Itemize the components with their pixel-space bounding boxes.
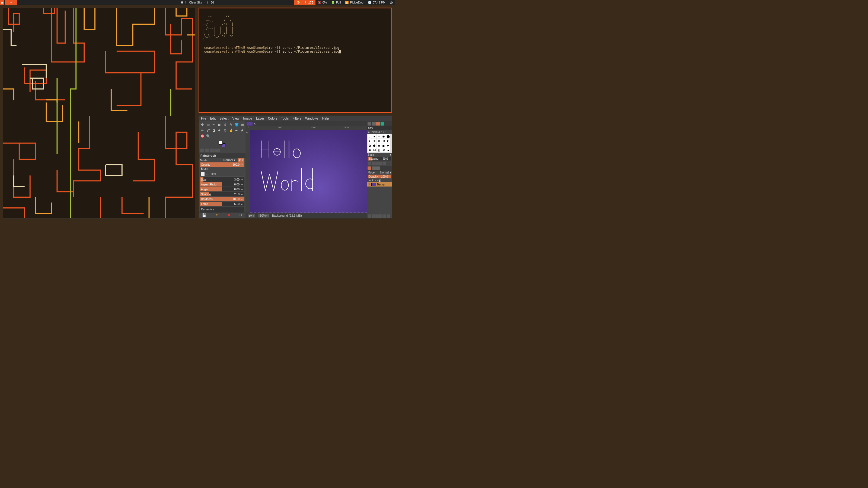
warp-tool-icon[interactable]: ✎: [228, 122, 233, 127]
zoom-selector[interactable]: 50%▾: [258, 214, 269, 218]
right-spacing-slider[interactable]: Spacing 20.0: [368, 157, 391, 161]
zoom-tool-icon[interactable]: 🔍: [206, 134, 211, 138]
free-select-tool-icon[interactable]: ✂: [211, 122, 216, 127]
brush-preset-select[interactable]: Basic,▾: [367, 153, 392, 156]
mode-extra-icon[interactable]: ◐ ▾: [238, 158, 244, 162]
rect-select-tool-icon[interactable]: ▭: [206, 122, 211, 127]
save-preset-icon[interactable]: 💾: [202, 213, 207, 217]
force-slider[interactable]: Force 50.0 ▴▾: [200, 202, 244, 206]
history-tab-icon[interactable]: [380, 122, 384, 126]
dup-brush-icon[interactable]: [375, 162, 379, 165]
tab-device-icon[interactable]: [205, 149, 209, 152]
undo-icon[interactable]: ↶: [215, 213, 218, 217]
paintbrush-tool-icon[interactable]: 🖌: [206, 128, 211, 133]
mode-value[interactable]: Normal ▾: [223, 158, 236, 162]
tab-images-icon[interactable]: [215, 149, 220, 152]
smudge-tool-icon[interactable]: ☝: [228, 128, 233, 133]
gradient-tool-icon[interactable]: ▦: [240, 122, 245, 127]
menu-file[interactable]: File: [201, 117, 206, 120]
raise-layer-icon[interactable]: [372, 215, 375, 218]
reset-icon[interactable]: ↺: [239, 213, 242, 217]
eraser-tool-icon[interactable]: ◪: [211, 128, 216, 133]
opacity-stepper-icon[interactable]: ▴▾: [241, 162, 244, 167]
angle-stepper-icon[interactable]: ▴▾: [241, 187, 244, 191]
new-brush-icon[interactable]: [372, 162, 375, 165]
menu-image[interactable]: Image: [243, 117, 252, 120]
menu-layer[interactable]: Layer: [256, 117, 264, 120]
fonts-tab-icon[interactable]: [376, 122, 380, 126]
channels-tab-icon[interactable]: [372, 166, 376, 170]
image-tab[interactable]: [247, 122, 252, 126]
patterns-tab-icon[interactable]: [372, 122, 376, 126]
transform-tool-icon[interactable]: ↺: [223, 122, 227, 127]
anchor-layer-icon[interactable]: [383, 215, 386, 218]
updates-indicator[interactable]: ⬇ 176: [303, 0, 315, 5]
delete-layer-icon[interactable]: [387, 215, 390, 218]
pencil-tool-icon[interactable]: ✏: [200, 128, 205, 133]
gimp-canvas-area: ✕ 0 500 1000 1500 0: [246, 121, 367, 218]
del-brush-icon[interactable]: [379, 162, 382, 165]
edit-brush-icon[interactable]: [368, 162, 371, 165]
color-picker-icon[interactable]: 🎨: [294, 0, 303, 5]
dynamics-expander[interactable]: Dynamics: [200, 207, 244, 212]
clock-indicator[interactable]: 🕒 07:43 PM: [366, 0, 388, 5]
brushes-tab-icon[interactable]: [368, 122, 371, 126]
brush-selector[interactable]: 1. Pixel: [200, 171, 244, 176]
unit-selector[interactable]: px▾: [248, 214, 255, 218]
layer-item[interactable]: 👁 Backg: [367, 182, 392, 187]
fg-bg-colors[interactable]: [219, 141, 225, 147]
menu-edit[interactable]: Edit: [210, 117, 216, 120]
force-stepper-icon[interactable]: ▴▾: [241, 202, 244, 206]
hardness-slider[interactable]: Hardness 100.0 ▴▾: [200, 197, 244, 201]
lock-pixels-icon[interactable]: ▭: [375, 179, 378, 182]
foreground-color[interactable]: [219, 141, 223, 144]
network-indicator[interactable]: 📶 PickleDog: [343, 0, 366, 5]
aspect-slider[interactable]: Aspect Ratio 0.00 ▴▾: [200, 182, 244, 187]
power-button[interactable]: ⏻: [388, 0, 395, 5]
spacing-stepper-icon[interactable]: ▴▾: [241, 192, 244, 196]
layer-mode-select[interactable]: Mode Normal▾: [367, 171, 392, 174]
menu-windows[interactable]: Windows: [305, 117, 318, 120]
canvas[interactable]: [250, 130, 367, 213]
delete-preset-icon[interactable]: ✖: [227, 213, 230, 217]
terminal-window[interactable]: .--. /\ --;; / \ --/ |_ /'\ { ,/---| | |…: [198, 8, 392, 113]
picker-tool-icon[interactable]: 🎯: [200, 134, 205, 138]
size-slider[interactable]: Size 3.00 ▴▾: [200, 177, 244, 182]
menu-select[interactable]: Select: [219, 117, 228, 120]
visibility-icon[interactable]: 👁: [368, 183, 371, 186]
new-layer-icon[interactable]: [368, 215, 371, 218]
refresh-brush-icon[interactable]: [383, 162, 386, 165]
move-tool-icon[interactable]: ✥: [200, 122, 205, 127]
brush-grid[interactable]: .●○◉⬤ ★✶❋❆◐ ✿⬢◆▣◓ ✺⦿◎✾●: [367, 134, 392, 153]
aspect-stepper-icon[interactable]: ▴▾: [241, 182, 244, 187]
tab-undo-icon[interactable]: [210, 149, 215, 152]
dup-layer-icon[interactable]: [379, 215, 382, 218]
menu-colors[interactable]: Colors: [268, 117, 278, 120]
layer-opacity-slider[interactable]: Opacity 100.0: [368, 174, 391, 178]
bucket-tool-icon[interactable]: 🪣: [234, 122, 239, 127]
spacing-slider[interactable]: Spacing 20.0 ▴▾: [200, 192, 244, 196]
opacity-slider[interactable]: Opacity 100.0 ▴▾: [200, 162, 244, 167]
airbrush-tool-icon[interactable]: ✈: [217, 128, 222, 133]
lock-alpha-icon[interactable]: ◧: [378, 179, 381, 182]
angle-slider[interactable]: Angle 0.00 ▴▾: [200, 187, 244, 191]
lower-layer-icon[interactable]: [375, 215, 379, 218]
workspace-1[interactable]: ⊞: [0, 0, 4, 5]
volume-indicator[interactable]: 🔇 0%: [315, 0, 329, 5]
path-tool-icon[interactable]: ✒: [234, 128, 239, 133]
hardness-stepper-icon[interactable]: ▴▾: [241, 197, 244, 201]
battery-indicator[interactable]: 🔋 Full: [329, 0, 343, 5]
text-tool-icon[interactable]: A: [240, 128, 245, 133]
filter-label[interactable]: filter: [367, 126, 392, 130]
paths-tab-icon[interactable]: [376, 166, 380, 170]
menu-view[interactable]: View: [232, 117, 239, 120]
tab-tool-options-icon[interactable]: [200, 149, 204, 152]
menu-help[interactable]: Help: [322, 117, 329, 120]
crop-tool-icon[interactable]: ◧: [217, 122, 222, 127]
layers-tab-icon[interactable]: [368, 166, 371, 170]
menu-tools[interactable]: Tools: [281, 117, 289, 120]
size-stepper-icon[interactable]: ▴▾: [241, 177, 244, 182]
clone-tool-icon[interactable]: ⧉: [223, 128, 227, 133]
menu-filters[interactable]: Filters: [292, 117, 301, 120]
close-tab-icon[interactable]: ✕: [254, 122, 256, 125]
